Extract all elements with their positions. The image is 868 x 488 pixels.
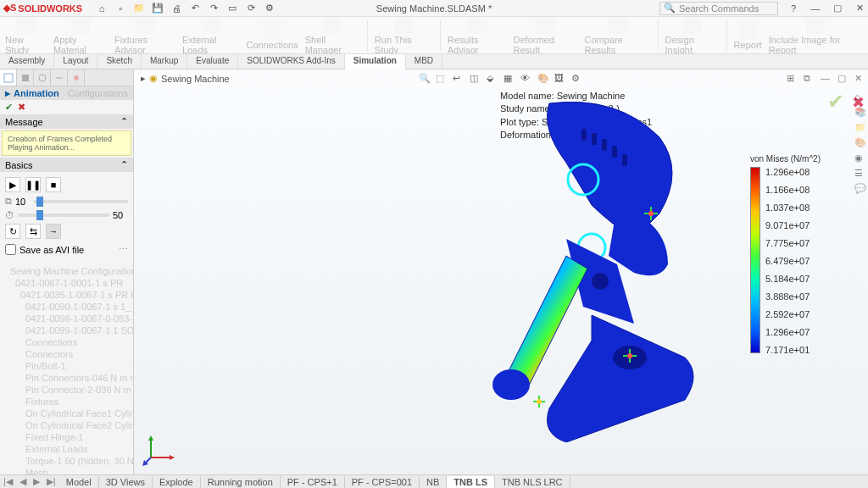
ribbon-shell[interactable]: Shell Manager [305,17,360,54]
tab-evaluate[interactable]: Evaluate [187,54,238,69]
tab-sketch[interactable]: Sketch [97,54,142,69]
ribbon-results[interactable]: Results Advisor [448,17,507,54]
breadcrumb[interactable]: ▸ ◉ Sewing Machine [141,73,230,84]
svg-rect-4 [581,129,587,141]
edit-appearance-icon[interactable]: 🎨 [537,73,549,85]
bottom-tab[interactable]: Running motion [201,476,281,488]
speed-slider[interactable] [18,214,109,217]
hide-show-icon[interactable]: 👁 [520,73,532,85]
ribbon-report[interactable]: Report [734,20,762,50]
tab-mbd[interactable]: MBD [406,54,442,69]
zoom-fit-icon[interactable]: 🔍 [419,73,431,85]
bottom-tab[interactable]: Model [59,476,99,488]
panel-tab-display[interactable] [68,69,85,86]
bottom-tab[interactable]: Explode [153,476,201,488]
close-vp-icon[interactable]: ✕ [854,73,866,85]
bounce-button[interactable]: ⇆ [25,224,41,239]
save-avi-checkbox[interactable] [5,244,16,255]
section-view-icon[interactable]: ◫ [470,73,481,85]
tab-markup[interactable]: Markup [142,54,187,69]
home-icon[interactable]: ⌂ [96,3,108,14]
ribbon-fixtures[interactable]: Fixtures Advisor [114,17,175,54]
tab-nav-next[interactable]: ▶ [30,476,43,487]
tab-nav-first[interactable]: |◀ [0,476,16,487]
file-explorer-icon[interactable]: 📁 [854,122,866,134]
message-header[interactable]: Message ⌃ [0,114,133,129]
view-triad[interactable] [142,432,176,466]
ribbon-new-study[interactable]: New Study [5,17,47,54]
open-icon[interactable]: 📁 [133,3,145,14]
save-icon[interactable]: 💾 [152,3,164,14]
display-style-icon[interactable]: ▦ [504,73,515,85]
close-icon[interactable]: ✕ [854,3,865,14]
view-orientation-icon[interactable]: ⬙ [487,73,498,85]
accept-icon[interactable]: ✔ [827,90,844,114]
browse-icon[interactable]: ⋯ [119,244,128,255]
ok-icon[interactable]: ✔ [5,102,13,113]
tab-assembly[interactable]: Assembly [0,54,54,69]
stop-button[interactable]: ■ [46,177,61,192]
redo-icon[interactable]: ↷ [208,3,220,14]
ribbon-design-insight[interactable]: Design Insight [665,17,720,54]
view-settings-icon[interactable]: ⚙ [571,73,583,85]
tab-nav-last[interactable]: ▶| [43,476,59,487]
graphics-viewport[interactable]: ▸ ◉ Sewing Machine 🔍 ⬚ ↩ ◫ ⬙ ▦ 👁 🎨 🖼 ⚙ ⊞… [134,69,868,474]
custom-props-icon[interactable]: ☰ [854,168,866,180]
minimize-icon[interactable]: — [810,3,821,14]
undo-icon[interactable]: ↶ [189,3,201,14]
help-icon[interactable]: ? [788,3,798,14]
tab-addins[interactable]: SOLIDWORKS Add-Ins [238,54,344,69]
tile-icon[interactable]: ⊞ [787,73,798,85]
animation-header[interactable]: ▶ Animation Configurations [0,86,133,100]
pause-button[interactable]: ❚❚ [25,177,41,192]
bottom-tab[interactable]: TNB NLS LRC [495,476,570,488]
cancel-icon[interactable]: ✖ [18,102,25,113]
ribbon-run[interactable]: Run This Study [375,17,433,54]
apply-scene-icon[interactable]: 🖼 [554,73,566,85]
ribbon-apply-material[interactable]: Apply Material [53,17,108,54]
zoom-area-icon[interactable]: ⬚ [436,73,448,85]
ribbon-loads[interactable]: External Loads [182,17,240,54]
bottom-tab[interactable]: TNB LS [447,476,495,488]
ribbon-connections[interactable]: Connections [247,20,298,50]
once-button[interactable]: → [46,224,61,239]
select-icon[interactable]: ▭ [226,3,238,14]
appearances-icon[interactable]: ◉ [854,152,866,164]
resources-icon[interactable]: ⌂ [854,92,866,103]
min-vp-icon[interactable]: — [821,73,832,85]
collapse-icon[interactable]: ⌃ [120,116,128,127]
expand-tree-icon[interactable]: ▸ [141,73,146,84]
rebuild-icon[interactable]: ⟳ [245,3,257,14]
panel-tab-property[interactable] [17,69,34,86]
play-button[interactable]: ▶ [5,177,20,192]
tab-nav-prev[interactable]: ◀ [16,476,30,487]
ribbon-compare[interactable]: Compare Results [584,17,650,54]
basics-header[interactable]: Basics ⌃ [0,158,133,172]
print-icon[interactable]: 🖨 [170,3,182,14]
tab-simulation[interactable]: Simulation [345,54,406,69]
ribbon-image-report[interactable]: Include Image for Report [769,17,863,54]
panel-tab-config[interactable] [34,69,51,86]
link-icon[interactable]: ⧉ [804,73,815,85]
forum-icon[interactable]: 💬 [854,183,866,195]
collapse-icon[interactable]: ⌃ [120,159,128,170]
new-icon[interactable]: ▫ [114,3,126,14]
ribbon-deformed[interactable]: Deformed Result [514,17,578,54]
options-icon[interactable]: ⚙ [264,3,275,14]
bottom-tab[interactable]: 3D Views [99,476,153,488]
save-avi-row[interactable]: Save as AVI file ⋯ [3,241,130,258]
max-vp-icon[interactable]: ▢ [837,73,849,85]
design-lib-icon[interactable]: 📚 [854,107,866,119]
tab-layout[interactable]: Layout [54,54,97,69]
panel-tab-feature-tree[interactable] [0,69,17,86]
frame-slider[interactable] [34,200,128,203]
bottom-tab[interactable]: PF - CPS+1 [281,476,345,488]
search-commands-input[interactable]: 🔍 Search Commands [659,2,778,15]
maximize-icon[interactable]: ▢ [832,3,843,14]
previous-view-icon[interactable]: ↩ [453,73,465,85]
panel-tab-dim[interactable] [51,69,68,86]
loop-button[interactable]: ↻ [5,224,20,239]
bottom-tab[interactable]: PF - CPS=001 [345,476,420,488]
view-palette-icon[interactable]: 🎨 [854,137,866,149]
bottom-tab[interactable]: NB [420,476,447,488]
